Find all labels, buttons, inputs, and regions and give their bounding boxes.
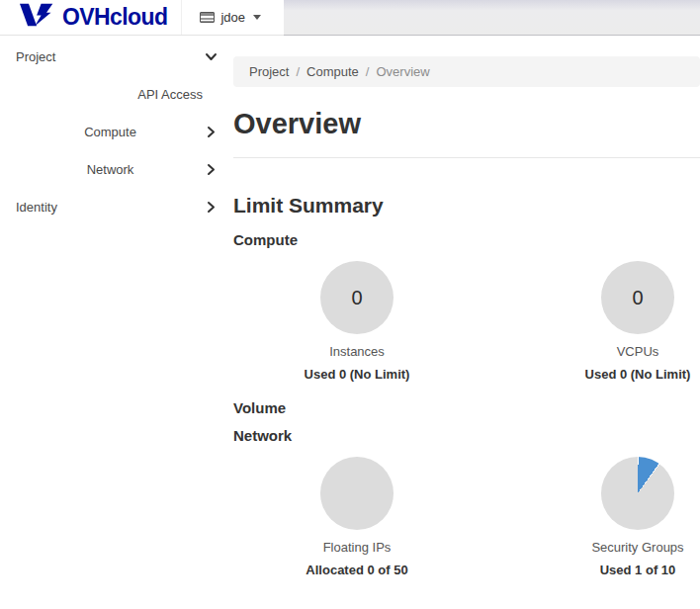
breadcrumb-compute[interactable]: Compute: [306, 64, 359, 79]
breadcrumb: Project / Compute / Overview: [233, 56, 700, 87]
breadcrumb-active: Overview: [376, 64, 429, 79]
pie-center-value: 0: [632, 287, 643, 309]
brand-link[interactable]: OVHcloud: [0, 0, 182, 35]
chart-usage: Used 0 (No Limit): [295, 367, 419, 383]
chevron-right-icon: [205, 201, 218, 214]
chart-name: Security Groups: [575, 540, 700, 555]
user-card-icon: [200, 12, 215, 23]
main-content: Project / Compute / Overview Overview Li…: [233, 36, 700, 609]
security-groups-quota-chart: Security Groups Used 1 of 10: [575, 457, 700, 578]
breadcrumb-separator: /: [296, 64, 300, 79]
topbar-brand-area: OVHcloud jdoe: [0, 0, 284, 36]
sidebar-item-project[interactable]: Project: [0, 38, 233, 75]
sidebar-item-label: API Access: [137, 87, 203, 102]
pie-center-value: 0: [351, 287, 362, 309]
topbar-empty-area: [284, 0, 700, 36]
sidebar-item-label: Identity: [16, 200, 205, 215]
page-title: Overview: [233, 108, 700, 139]
compute-section-heading: Compute: [233, 231, 700, 248]
divider: [233, 157, 700, 158]
sidebar-item-label: Compute: [16, 125, 205, 139]
security-groups-pie-chart: [601, 457, 674, 530]
volume-section-heading: Volume: [233, 399, 700, 416]
caret-down-icon: [253, 15, 261, 20]
vcpus-pie-chart: 0: [601, 261, 674, 334]
chart-usage: Allocated 0 of 50: [295, 563, 419, 578]
chevron-right-icon: [205, 126, 218, 138]
chart-usage: Used 1 of 10: [575, 563, 700, 578]
brand-text: OVHcloud: [62, 6, 167, 29]
sidebar-item-network[interactable]: Network: [0, 150, 233, 188]
instances-pie-chart: 0: [320, 261, 394, 334]
sidebar-item-label: Network: [16, 162, 205, 177]
chart-name: VCPUs: [575, 344, 700, 359]
sidebar-item-api-access[interactable]: API Access: [0, 75, 233, 113]
sidebar: Project API Access Compute Network Ident…: [0, 36, 233, 609]
instances-quota-chart: 0 Instances Used 0 (No Limit): [295, 261, 419, 383]
sidebar-item-identity[interactable]: Identity: [0, 188, 233, 225]
user-name: jdoe: [220, 10, 245, 25]
chevron-right-icon: [205, 163, 218, 176]
limit-summary-heading: Limit Summary: [233, 194, 700, 218]
floating-ips-pie-chart: [320, 457, 394, 530]
breadcrumb-separator: /: [366, 64, 370, 79]
sidebar-item-label: Project: [16, 49, 205, 64]
breadcrumb-project[interactable]: Project: [249, 64, 289, 79]
sidebar-item-compute[interactable]: Compute: [0, 113, 233, 150]
network-chart-row: Floating IPs Allocated 0 of 50 Security …: [233, 457, 700, 578]
user-menu[interactable]: jdoe: [200, 10, 261, 25]
ovhcloud-logo-icon: [20, 3, 55, 32]
floating-ips-quota-chart: Floating IPs Allocated 0 of 50: [295, 457, 419, 578]
compute-chart-row: 0 Instances Used 0 (No Limit) 0 VCPUs Us…: [233, 261, 700, 383]
chevron-down-icon: [205, 50, 218, 63]
chart-name: Instances: [295, 344, 419, 359]
chart-usage: Used 0 (No Limit): [575, 367, 700, 383]
layout: Project API Access Compute Network Ident…: [0, 36, 700, 609]
topbar: OVHcloud jdoe: [0, 0, 700, 36]
chart-name: Floating IPs: [295, 540, 419, 555]
network-section-heading: Network: [233, 427, 700, 444]
vcpus-quota-chart: 0 VCPUs Used 0 (No Limit): [575, 261, 700, 383]
